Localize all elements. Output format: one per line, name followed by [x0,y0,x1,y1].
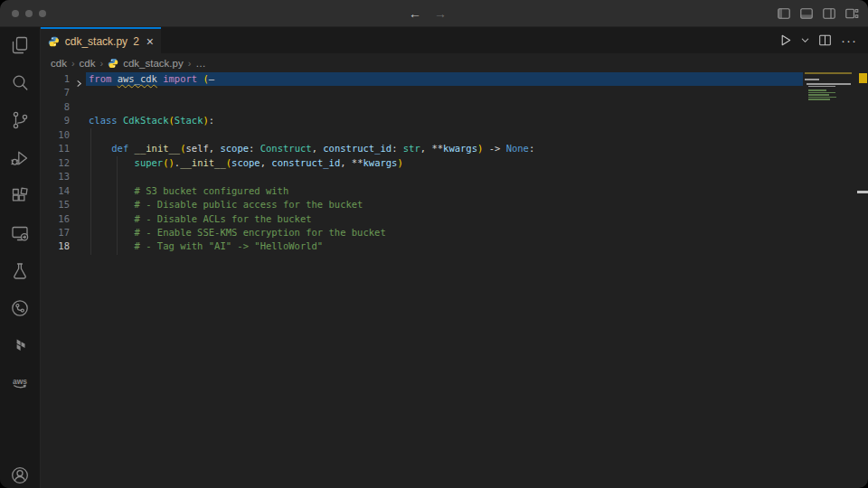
fold-chevron-icon[interactable] [75,75,83,91]
code-line[interactable]: from aws_cdk import (– [89,72,214,86]
tab-cdk-stack-py[interactable]: cdk_stack.py 2 × [41,27,161,53]
source-control-icon[interactable] [9,109,31,131]
breadcrumb-item[interactable]: cdk [80,58,96,69]
code-line[interactable]: # - Tag with "AI" -> "HelloWorld" [89,239,323,253]
line-number: 16 [41,212,70,226]
history-nav: ← → [409,0,447,27]
activity-bar: aws [0,27,41,488]
chevron-down-icon[interactable] [801,37,809,43]
line-number: 9 [41,114,70,127]
layout-controls [777,0,859,27]
traffic-light-icon[interactable] [25,10,33,17]
code-line[interactable]: # - Disable public access for the bucket [89,198,363,211]
forward-icon[interactable]: → [434,0,447,27]
scrollbar-marker [857,191,868,193]
line-number: 14 [41,184,70,198]
remote-explorer-icon[interactable] [9,222,31,244]
breadcrumb-separator-icon: › [71,58,75,69]
back-icon[interactable]: ← [409,0,421,27]
traffic-light-icon[interactable] [39,10,46,17]
line-number: 11 [41,142,70,155]
overview-ruler-warning-marker [859,73,867,83]
accounts-icon[interactable] [9,465,31,486]
breadcrumb-item[interactable]: cdk_stack.py [123,58,183,69]
titlebar: ← → [0,0,868,27]
breadcrumb: cdk › cdk › cdk_stack.py › … [41,53,868,72]
extensions-icon[interactable] [9,185,31,207]
line-number: 15 [41,198,70,211]
minimap-line [808,86,835,88]
minimap-line [808,94,829,96]
code-line[interactable]: # S3 bucket configured with [89,184,288,198]
terraform-icon[interactable] [9,335,31,357]
layout-panel-icon[interactable] [799,6,814,21]
window-controls[interactable] [12,10,46,17]
layout-sidebar-right-icon[interactable] [822,6,836,21]
minimap-line [808,97,836,99]
minimap-line [807,83,851,85]
svg-text:aws: aws [13,377,27,386]
commit-graph-icon[interactable] [9,297,31,319]
line-number: 17 [41,226,70,239]
line-number: 10 [41,128,70,142]
minimap-line [805,72,852,74]
breadcrumb-item[interactable]: cdk [51,58,67,69]
tab-problems-badge: 2 [133,35,139,48]
testing-icon[interactable] [9,260,31,282]
run-and-debug-icon[interactable] [9,147,31,169]
minimap-line [805,79,819,80]
more-actions-icon[interactable]: ··· [841,36,857,45]
code-line[interactable]: class CdkStack(Stack): [89,114,214,127]
tab-label: cdk_stack.py [65,35,127,48]
line-number: 12 [41,156,70,170]
explorer-icon[interactable] [9,34,31,56]
layout-customize-icon[interactable] [844,6,859,21]
editor-actions: ··· [778,27,857,53]
indent-guide [90,128,91,255]
split-editor-icon[interactable] [818,33,832,47]
line-number: 18 [41,239,70,253]
breadcrumb-item-symbol[interactable]: … [195,58,206,69]
run-icon[interactable] [778,33,792,47]
tab-bar: cdk_stack.py 2 × ··· [41,27,868,53]
python-icon [108,58,118,69]
close-icon[interactable]: × [146,35,154,48]
code-line[interactable]: # - Disable ACLs for the bucket [89,212,312,226]
code-line[interactable]: def __init__(self, scope: Construct, con… [89,142,534,155]
breadcrumb-separator-icon: › [99,58,103,69]
minimap[interactable] [805,72,856,103]
line-number: 1 [41,72,70,86]
aws-icon[interactable]: aws [9,371,31,393]
breadcrumb-separator-icon: › [188,58,192,69]
python-icon [48,35,60,48]
code-line[interactable]: super().__init__(scope, construct_id, **… [89,156,403,170]
minimap-line [808,92,835,94]
layout-sidebar-left-icon[interactable] [777,6,791,21]
minimap-line [808,99,830,100]
traffic-light-icon[interactable] [12,10,19,17]
vscode-window: ← → aws [0,0,868,488]
line-number: 7 [41,86,70,99]
line-number: 13 [41,170,70,183]
line-number: 8 [41,100,70,114]
indent-guide [117,156,118,255]
code-line[interactable]: # - Enable SSE-KMS encryption for the bu… [89,226,386,239]
search-icon[interactable] [9,72,31,94]
